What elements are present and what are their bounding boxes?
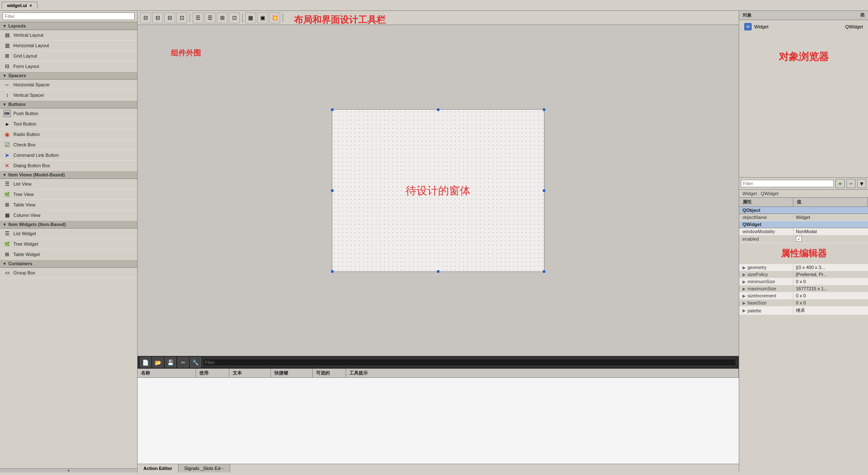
category-spacers[interactable]: ▼ Spacers: [0, 72, 137, 80]
list-item[interactable]: ⊟ Form Layout: [0, 61, 137, 72]
property-remove-button[interactable]: −: [846, 179, 855, 188]
list-item[interactable]: ☰ List View: [0, 179, 137, 189]
widget-tree-icon: W: [744, 23, 752, 30]
prop-row[interactable]: ▶ geometry [(0 x 400 x 3...: [739, 264, 868, 271]
list-item[interactable]: OK Push Button: [0, 108, 137, 119]
list-item[interactable]: ▤ Vertical Layout: [0, 30, 137, 40]
align-right-button[interactable]: ⊟: [164, 13, 175, 23]
file-tab[interactable]: widget.ui ×: [2, 2, 38, 9]
list-item[interactable]: 🌿 Tree View: [0, 189, 137, 200]
prop-row[interactable]: ▶ baseSize 0 x 0: [739, 299, 868, 307]
list-item[interactable]: ▥ Horizontal Layout: [0, 40, 137, 51]
align-left-button[interactable]: ⊟: [140, 13, 151, 23]
category-item-widgets[interactable]: ▼ Item Widgets (Item-Based): [0, 221, 137, 229]
prop-row[interactable]: ▶ minimumSize 0 x 0: [739, 278, 868, 285]
list-item[interactable]: 🌿 Tree Widget: [0, 239, 137, 249]
signals-slots-tab[interactable]: Signals _Slots Ed···: [178, 464, 230, 472]
radio-button-label: Radio Button: [13, 132, 40, 137]
property-filter-input[interactable]: [741, 180, 834, 187]
prop-maxsize-label: ▶ maximumSize: [739, 285, 793, 292]
prop-row[interactable]: ▶ sizeIncrement 0 x 0: [739, 292, 868, 299]
enabled-checkbox[interactable]: ✓: [796, 236, 802, 242]
ae-open-button[interactable]: 📂: [153, 357, 163, 367]
layout-h-button[interactable]: ☰: [193, 13, 203, 23]
command-link-label: Command Link Button: [13, 153, 59, 158]
table-widget-label: Table Widget: [13, 252, 40, 257]
layout-break-button[interactable]: ▣: [257, 13, 268, 23]
align-top-button[interactable]: ⊡: [176, 13, 187, 23]
prop-enabled-value[interactable]: ✓: [793, 235, 868, 243]
prop-maxsize-value[interactable]: 16777215 x 1...: [793, 285, 868, 292]
list-item[interactable]: ↕ Vertical Spacer: [0, 90, 137, 101]
ae-new-button[interactable]: 📄: [140, 357, 151, 367]
tree-item[interactable]: W Widget QWidget: [743, 22, 865, 32]
form-layout-icon: ⊟: [3, 63, 11, 70]
property-menu-button[interactable]: ▼: [857, 179, 866, 188]
category-buttons[interactable]: ▼ Buttons: [0, 101, 137, 108]
tab-close-button[interactable]: ×: [30, 3, 32, 8]
prop-row[interactable]: ▶ maximumSize 16777215 x 1...: [739, 285, 868, 292]
resize-handle-br[interactable]: [543, 270, 545, 273]
prop-sizepolicy-value[interactable]: [Preferred, Pr...: [793, 271, 868, 278]
category-item-views[interactable]: ▼ Item Views (Model-Based): [0, 171, 137, 179]
prop-windowmodality-value[interactable]: NonModal: [793, 228, 868, 235]
grid-layout-label: Grid Layout: [13, 53, 37, 58]
resize-handle-mr[interactable]: [543, 189, 545, 192]
prop-geometry-value[interactable]: [(0 x 400 x 3...: [793, 264, 868, 271]
property-add-button[interactable]: +: [835, 179, 845, 188]
ae-cut-button[interactable]: ✂: [178, 357, 188, 367]
prop-minsize-value[interactable]: 0 x 0: [793, 278, 868, 285]
list-item[interactable]: ☑ Check Box: [0, 140, 137, 150]
list-item[interactable]: ▦ Column View: [0, 210, 137, 221]
item-views-arrow-icon: ▼: [3, 173, 7, 177]
item-widgets-arrow-icon: ▼: [3, 222, 7, 227]
prop-sizeincrement-value[interactable]: 0 x 0: [793, 292, 868, 299]
list-item[interactable]: ▸ Tool Button: [0, 119, 137, 129]
prop-row[interactable]: ▶ palette 继承: [739, 307, 868, 315]
resize-handle-tr[interactable]: [543, 108, 545, 111]
list-item[interactable]: ☰ List Widget: [0, 229, 137, 239]
prop-row[interactable]: windowModality NonModal: [739, 228, 868, 235]
prop-row[interactable]: enabled ✓: [739, 235, 868, 243]
layout-cols-button[interactable]: ▦: [245, 13, 256, 23]
ae-tool-button[interactable]: 🔧: [190, 357, 201, 367]
list-item[interactable]: ⊞ Table Widget: [0, 249, 137, 260]
prop-objectname-value[interactable]: Widget: [793, 214, 868, 221]
list-item[interactable]: ⊞ Table View: [0, 200, 137, 210]
category-containers[interactable]: ▼ Containers: [0, 260, 137, 268]
category-layouts[interactable]: ▼ Layouts: [0, 22, 137, 30]
layout-v-button[interactable]: ☰: [205, 13, 216, 23]
resize-handle-tl[interactable]: [331, 108, 334, 111]
resize-handle-ml[interactable]: [331, 189, 334, 192]
property-table: QObject objectName Widget QWidget w: [739, 207, 868, 472]
resize-handle-bc[interactable]: [437, 270, 439, 273]
resize-handle-tc[interactable]: [437, 108, 439, 111]
action-filter-input[interactable]: [203, 359, 736, 366]
ae-save-button[interactable]: 💾: [165, 357, 176, 367]
prop-sizeincrement-label: ▶ sizeIncrement: [739, 292, 793, 299]
prop-palette-value[interactable]: 继承: [793, 307, 868, 314]
prop-basesize-value[interactable]: 0 x 0: [793, 299, 868, 306]
dialog-button-box-label: Dialog Button Box: [13, 163, 50, 168]
layout-expand-button[interactable]: 💥: [269, 13, 280, 23]
list-item[interactable]: ➤ Command Link Button: [0, 150, 137, 161]
table-widget-icon: ⊞: [3, 251, 11, 258]
prop-row[interactable]: objectName Widget: [739, 214, 868, 221]
layout-grid-button[interactable]: ⊞: [217, 13, 228, 23]
object-inspector-header: 对象 类: [739, 11, 868, 20]
main-layout: ▼ Layouts ▤ Vertical Layout ▥ Horizontal…: [0, 11, 868, 472]
list-item[interactable]: ▭ Group Box: [0, 268, 137, 278]
qwidget-group-label: QWidget: [743, 222, 761, 227]
list-item[interactable]: ⊞ Grid Layout: [0, 51, 137, 61]
widget-canvas[interactable]: 待设计的窗体: [332, 109, 544, 272]
prop-row[interactable]: ▶ sizePolicy [Preferred, Pr...: [739, 271, 868, 278]
align-center-h-button[interactable]: ⊟: [152, 13, 163, 23]
list-item[interactable]: ◉ Radio Button: [0, 129, 137, 140]
expand-arrow-icon: ▶: [743, 265, 746, 270]
list-item[interactable]: ↔ Horizontal Spacer: [0, 80, 137, 90]
action-editor-tab[interactable]: Action Editor: [138, 464, 178, 472]
list-item[interactable]: ✕ Dialog Button Box: [0, 161, 137, 171]
layout-form-button[interactable]: ⊡: [229, 13, 240, 23]
widget-filter-input[interactable]: [3, 13, 135, 20]
resize-handle-bl[interactable]: [331, 270, 334, 273]
